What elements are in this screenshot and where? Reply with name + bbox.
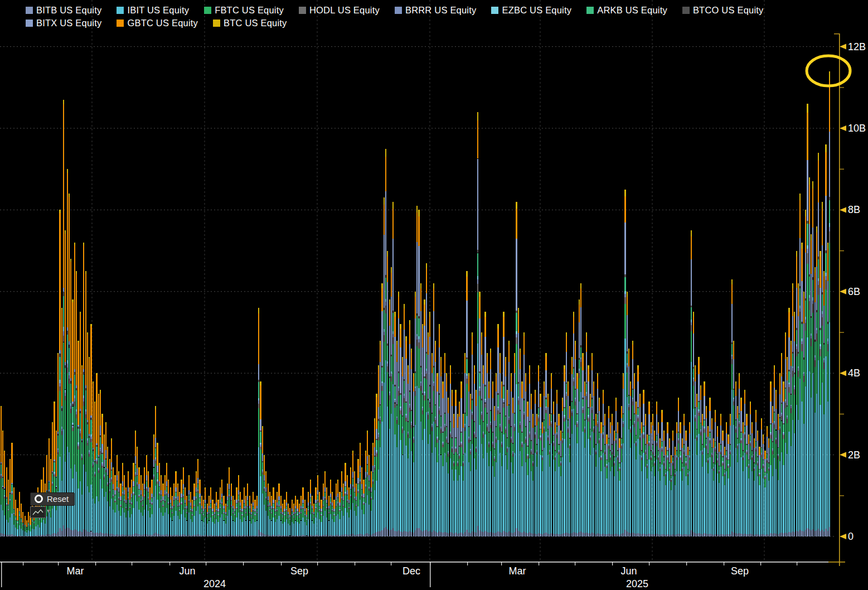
legend-label: HODL US Equity [309, 5, 380, 16]
legend-item-btc[interactable]: BTC US Equity [213, 17, 287, 29]
svg-text:2024: 2024 [203, 578, 226, 589]
legend-swatch-gbtc [117, 20, 124, 27]
legend-swatch-ezbc [491, 7, 498, 14]
svg-text:8B: 8B [848, 204, 860, 215]
legend-label: EZBC US Equity [502, 5, 571, 16]
legend-item-btco[interactable]: BTCO US Equity [682, 4, 764, 16]
legend-swatch-btc [213, 20, 220, 27]
legend-label: BITB US Equity [36, 5, 101, 16]
legend-swatch-bitb [26, 7, 33, 14]
reset-target-icon [35, 495, 43, 503]
svg-text:Jun: Jun [620, 565, 637, 577]
legend-item-brrr[interactable]: BRRR US Equity [395, 4, 477, 16]
legend-label: BTC US Equity [224, 18, 287, 28]
legend-label: BITX US Equity [36, 18, 101, 28]
svg-text:Dec: Dec [403, 565, 420, 577]
reset-button[interactable]: Reset [30, 492, 75, 506]
legend-item-bitb[interactable]: BITB US Equity [26, 4, 101, 16]
stacked-volume-bars [1, 71, 831, 537]
svg-text:Sep: Sep [731, 565, 749, 577]
svg-text:4B: 4B [848, 367, 860, 379]
legend-item-hodl[interactable]: HODL US Equity [299, 4, 380, 16]
x-axis-labels: MarJunSepDecMarJunSep20242025 [1, 562, 797, 589]
svg-text:Mar: Mar [67, 565, 84, 577]
legend-label: BRRR US Equity [405, 5, 477, 16]
svg-text:0: 0 [848, 531, 854, 542]
legend-swatch-brrr [395, 7, 402, 14]
legend-label: FBTC US Equity [215, 5, 284, 16]
legend-item-arkb[interactable]: ARKB US Equity [586, 4, 667, 16]
svg-text:Sep: Sep [290, 565, 308, 577]
svg-text:Jun: Jun [179, 565, 195, 577]
legend-label: BTCO US Equity [693, 5, 764, 16]
legend-swatch-bitx [26, 20, 33, 27]
chart-type-button[interactable] [30, 506, 46, 518]
legend-label: IBIT US Equity [127, 5, 189, 16]
svg-text:6B: 6B [848, 286, 860, 297]
legend-swatch-hodl [299, 7, 306, 14]
svg-text:12B: 12B [848, 41, 866, 52]
chart-legend: BITB US EquityIBIT US EquityFBTC US Equi… [26, 4, 850, 29]
legend-swatch-btco [682, 7, 690, 14]
svg-text:2025: 2025 [626, 578, 648, 589]
legend-item-fbtc[interactable]: FBTC US Equity [204, 4, 284, 16]
legend-item-ezbc[interactable]: EZBC US Equity [491, 4, 571, 16]
mini-line-chart-icon [32, 508, 44, 516]
legend-swatch-ibit [117, 7, 124, 14]
chart-type-dropdown-caret[interactable]: ▾ [47, 506, 50, 516]
legend-item-ibit[interactable]: IBIT US Equity [117, 4, 189, 16]
svg-text:Mar: Mar [509, 565, 526, 577]
legend-label: ARKB US Equity [597, 5, 667, 16]
reset-button-label: Reset [47, 494, 69, 504]
legend-item-bitx[interactable]: BITX US Equity [26, 17, 101, 29]
record-volume-circle-annotation [807, 56, 850, 86]
y-axis-labels: 02B4B6B8B10B12B [839, 41, 866, 542]
volume-chart: 02B4B6B8B10B12BMarJunSepDecMarJunSep2024… [0, 0, 868, 590]
legend-item-gbtc[interactable]: GBTC US Equity [117, 17, 198, 29]
bloomberg-volume-chart-window: { "controls": { "reset_label": "Reset" }… [0, 0, 868, 590]
svg-text:2B: 2B [848, 449, 860, 461]
legend-swatch-fbtc [204, 7, 211, 14]
legend-swatch-arkb [586, 7, 594, 14]
legend-label: GBTC US Equity [127, 18, 198, 28]
svg-text:10B: 10B [848, 123, 866, 134]
